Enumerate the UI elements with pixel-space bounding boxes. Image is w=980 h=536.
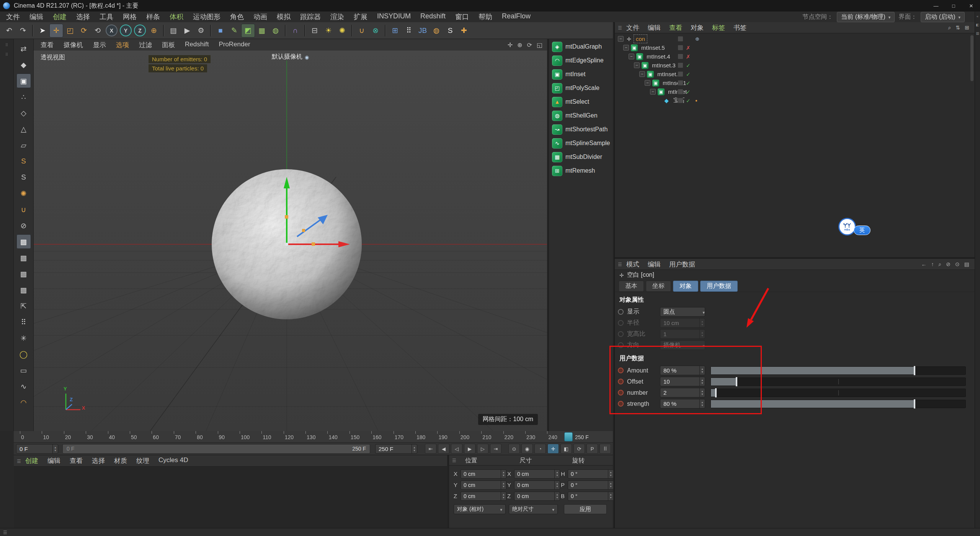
enable-mark[interactable]: ✗ <box>686 54 691 60</box>
interface-select[interactable]: 启动 (启动) <box>921 12 965 22</box>
menu-item[interactable]: 体积 <box>170 12 183 21</box>
object-name[interactable]: mtInset.4 <box>645 53 672 60</box>
palette-handle-icon[interactable]: ⠿ <box>5 43 8 47</box>
coordinate-input[interactable]: 0 cm <box>461 492 506 501</box>
record-rotation-toggle[interactable]: ⟳ <box>573 444 585 454</box>
size-mode-select[interactable]: 绝对尺寸 <box>509 504 558 514</box>
panel-grip-icon[interactable] <box>17 457 21 465</box>
record-scale-toggle[interactable]: ◧ <box>560 444 572 454</box>
plugin-item[interactable]: ↝ mtShortestPath <box>549 123 613 136</box>
viewport-menu-item[interactable]: 面板 <box>162 41 175 49</box>
lasso-select-icon[interactable]: ∿ <box>16 379 31 394</box>
panel-grip-icon[interactable] <box>618 260 622 268</box>
spinner-icon[interactable] <box>554 481 560 489</box>
user-data-field[interactable]: 10 <box>660 377 705 386</box>
move-tool-icon[interactable]: ✛ <box>49 24 63 38</box>
user-data-field[interactable]: 2 <box>660 388 705 397</box>
spinner-icon[interactable] <box>412 444 417 453</box>
field-icon[interactable]: ◍ <box>269 24 283 38</box>
qr-plugin-icon[interactable]: ⠿ <box>402 24 416 38</box>
coordinate-input[interactable]: 0 cm <box>514 480 560 490</box>
visibility-chip[interactable] <box>678 98 683 103</box>
expander-icon[interactable]: − <box>650 89 656 95</box>
viewport-menu-item[interactable]: 过滤 <box>139 41 152 49</box>
undo-icon[interactable]: ↶ <box>2 24 16 38</box>
plugin-item[interactable]: ◰ mtPolyScale <box>549 81 613 95</box>
record-position-toggle[interactable]: ✛ <box>547 444 559 454</box>
tag-icon[interactable]: ● <box>695 98 697 103</box>
render-view-icon[interactable]: ▤ <box>167 24 180 38</box>
play-button[interactable]: ▶ <box>464 444 475 454</box>
apply-button[interactable]: 应用 <box>564 504 607 514</box>
spinner-icon[interactable] <box>608 492 613 500</box>
attribute-tab[interactable]: 坐标 <box>646 281 671 292</box>
dock-tab-icon-2[interactable]: ▥ <box>976 31 979 35</box>
autokey-button[interactable]: ◉ <box>521 444 533 454</box>
user-data-field[interactable]: 80 % <box>660 366 705 375</box>
value-slider[interactable] <box>710 377 966 386</box>
material-menu-item[interactable]: 选择 <box>92 456 105 465</box>
view-rotate-icon[interactable]: ⟳ <box>527 41 532 49</box>
translate-toggle[interactable]: 英 <box>854 226 871 235</box>
dock-collapse-icon[interactable]: « <box>977 15 978 18</box>
expander-icon[interactable]: − <box>629 54 634 59</box>
menu-item[interactable]: 创建 <box>53 12 67 21</box>
edges-mode-icon[interactable]: ◇ <box>16 106 31 120</box>
viewport-menu-item[interactable]: 选项 <box>116 41 129 49</box>
spinner-icon[interactable] <box>608 470 613 478</box>
viewport-menu-item[interactable]: ProRender <box>219 41 250 49</box>
am-menu-item[interactable]: 编辑 <box>648 260 661 269</box>
snap-b-icon[interactable]: S <box>16 170 31 185</box>
tree-row[interactable]: − ✛ con ⊕ <box>615 34 975 43</box>
material-menu-item[interactable]: 纹理 <box>136 456 149 465</box>
lock-y-icon[interactable]: Y <box>120 25 132 36</box>
view-layout-icon[interactable]: ◱ <box>537 41 542 49</box>
attribute-tab[interactable]: 基本 <box>619 281 644 292</box>
view-label[interactable]: 透视视图 <box>41 54 65 62</box>
translator-badge[interactable]: n&s 英 <box>838 218 880 238</box>
menu-item[interactable]: 样条 <box>146 12 160 21</box>
camera-label[interactable]: 默认摄像机 <box>272 53 309 61</box>
arc-tool-icon[interactable]: ◠ <box>16 395 31 410</box>
move-diagonal-icon[interactable]: ⇱ <box>16 299 31 313</box>
points-mode-icon[interactable]: ∴ <box>16 90 31 104</box>
plugin-item[interactable]: ▲ mtSelect <box>549 95 613 109</box>
viewport-3d[interactable]: 透视视图 默认摄像机 Number of emitters: 0 Total l… <box>34 51 547 431</box>
enable-mark[interactable]: ✗ <box>686 45 691 51</box>
tree-row[interactable]: − ▣ mtInset.1 ✓ <box>615 78 975 87</box>
lock-icon[interactable]: ⊘ <box>16 218 31 233</box>
web-plugin-icon[interactable]: ◍ <box>430 24 443 38</box>
palette-handle-icon-2[interactable]: ⠿ <box>5 52 8 57</box>
expander-icon[interactable]: − <box>623 45 629 51</box>
am-search-icon[interactable]: ⌕ <box>938 261 941 268</box>
plugin-item[interactable]: ▣ mtInset <box>549 67 613 81</box>
menu-item[interactable]: 网格 <box>123 12 137 21</box>
coordinate-input[interactable]: 0 cm <box>514 469 560 479</box>
tile-pattern-3-icon[interactable]: ▩ <box>16 266 31 281</box>
record-pla-toggle[interactable]: ⠿ <box>599 444 611 454</box>
keyframe-circle-icon[interactable] <box>618 342 624 348</box>
enable-mark[interactable]: ✓ <box>686 89 691 95</box>
tree-row[interactable]: − ▣ mtInset.3 ✓ <box>615 61 975 70</box>
coordinate-input[interactable]: 0 ° <box>568 469 614 479</box>
expander-icon[interactable]: − <box>645 80 650 86</box>
material-menu-item[interactable]: 查看 <box>70 456 83 465</box>
coordinate-input[interactable]: 0 ° <box>568 480 614 490</box>
lock-x-icon[interactable]: X <box>106 25 118 36</box>
timeline-ruler[interactable]: 0102030405060708090100110120130140150160… <box>14 431 613 443</box>
keyframe-circle-icon[interactable] <box>618 309 624 315</box>
prev-frame-button[interactable]: ◁ <box>451 444 462 454</box>
om-menu-item[interactable]: 对象 <box>691 23 704 32</box>
s-plugin-icon[interactable]: S <box>443 24 457 38</box>
keyframe-circle-icon[interactable] <box>618 379 624 384</box>
am-back-icon[interactable]: ← <box>921 261 926 267</box>
enable-mark[interactable]: ✓ <box>686 98 691 104</box>
visibility-chip[interactable] <box>678 36 683 42</box>
snap-a-icon[interactable]: S <box>16 154 31 168</box>
visibility-chip[interactable] <box>678 54 683 59</box>
object-name[interactable]: con <box>634 35 647 42</box>
close-button[interactable]: ✕ <box>962 0 980 11</box>
am-menu-item[interactable]: 模式 <box>626 260 639 269</box>
tree-row[interactable]: − ▣ mtInset.4 ✗ <box>615 52 975 61</box>
enable-mark[interactable]: ✓ <box>686 80 691 86</box>
